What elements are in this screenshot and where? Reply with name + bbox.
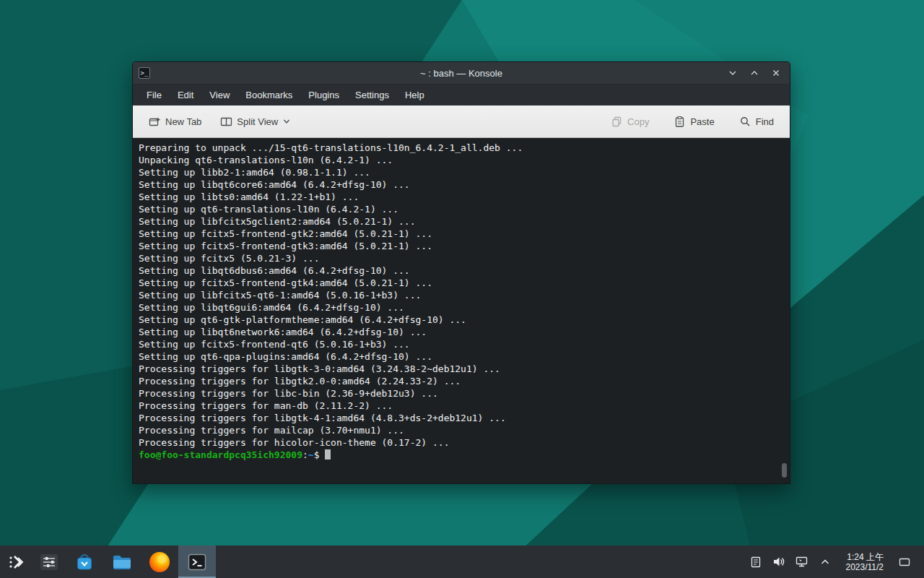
copy-icon [611,116,623,128]
terminal-line: Processing triggers for libc-bin (2.36-9… [139,387,790,400]
prompt-user-host: foo@foo-standardpcq35ich92009 [139,449,302,460]
terminal-line: Setting up libfcitx5gclient2:amd64 (5.0.… [139,215,790,228]
konsole-app-icon: >_ [139,67,150,79]
minimize-button[interactable] [725,65,741,81]
terminal-line: Processing triggers for libgtk-3-0:amd64… [139,363,790,375]
terminal-line: Setting up libfcitx5-qt6-1:amd64 (5.0.16… [139,289,790,301]
find-label: Find [756,116,774,127]
pager-icon [39,552,59,572]
terminal-line: Preparing to unpack .../15-qt6-translati… [139,142,790,154]
show-desktop-button[interactable] [895,552,914,572]
window-title: ~ : bash — Konsole [133,68,790,79]
firefox-icon [149,552,170,572]
notifications-icon [749,556,762,569]
chevron-up-icon [819,556,831,568]
terminal-output[interactable]: Preparing to unpack .../15-qt6-translati… [133,138,790,483]
file-manager-icon [111,551,133,573]
maximize-button[interactable] [746,65,762,81]
tray-expander-button[interactable] [816,552,834,572]
konsole-window: >_ ~ : bash — Konsole [132,61,790,484]
new-tab-icon [149,116,161,128]
terminal-line: Setting up libqt6network6:amd64 (6.4.2+d… [139,326,790,338]
app-launcher-icon [7,553,26,571]
terminal-line: Processing triggers for man-db (2.11.2-2… [139,400,790,412]
terminal-line: Setting up fcitx5 (5.0.21-3) ... [139,252,790,264]
desktop: >_ ~ : bash — Konsole [0,0,924,578]
chevron-up-icon [749,68,759,78]
prompt-path: ~ [308,449,314,460]
terminal-line: Setting up qt6-translations-l10n (6.4.2-… [139,203,790,215]
menu-plugins[interactable]: Plugins [300,85,347,106]
search-icon [739,116,751,128]
terminal-line: Setting up libts0:amd64 (1.22-1+b1) ... [139,191,790,203]
terminal-line: Unpacking qt6-translations-l10n (6.4.2-1… [139,154,790,166]
new-tab-button[interactable]: New Tab [143,112,207,131]
toolbar: New Tab Split View [133,105,790,138]
terminal-line: Setting up fcitx5-frontend-gtk4:amd64 (5… [139,277,790,289]
shell-prompt: foo@foo-standardpcq35ich92009:~$ [139,449,790,461]
close-button[interactable] [768,65,784,81]
terminal-line: Setting up libqt6core6:amd64 (6.4.2+dfsg… [139,178,790,191]
task-discover[interactable] [66,545,103,578]
task-firefox[interactable] [141,545,178,578]
terminal-line: Processing triggers for libgtk-4-1:amd64… [139,412,790,424]
konsole-icon [187,552,207,572]
terminal-line: Setting up libb2-1:amd64 (0.98.1-1.1) ..… [139,166,790,178]
chevron-down-icon [282,117,291,126]
copy-button[interactable]: Copy [605,112,655,131]
close-icon [771,68,781,78]
terminal-line: Setting up qt6-qpa-plugins:amd64 (6.4.2+… [139,350,790,363]
menu-bookmarks[interactable]: Bookmarks [237,85,300,106]
titlebar[interactable]: >_ ~ : bash — Konsole [133,62,790,84]
terminal-line: Setting up fcitx5-frontend-gtk2:amd64 (5… [139,228,790,240]
taskbar: 1:24 上午 2023/11/2 [0,545,924,578]
scrollbar-thumb[interactable] [782,463,787,478]
terminal-line: Setting up qt6-gtk-platformtheme:amd64 (… [139,314,790,326]
app-launcher-button[interactable] [0,545,32,578]
split-view-label: Split View [237,116,278,127]
clock-time: 1:24 上午 [846,552,884,562]
volume-tray-button[interactable] [770,552,788,572]
task-konsole[interactable] [178,545,216,578]
paste-button[interactable]: Paste [668,112,720,131]
volume-icon [772,555,785,569]
pager-widget[interactable] [32,545,66,578]
menu-view[interactable]: View [201,85,237,106]
task-file-manager[interactable] [103,545,141,578]
menu-edit[interactable]: Edit [170,85,201,106]
terminal-line: Processing triggers for hicolor-icon-the… [139,436,790,449]
terminal-line: Setting up fcitx5-frontend-qt6 (5.0.16-1… [139,338,790,350]
digital-clock[interactable]: 1:24 上午 2023/11/2 [839,552,892,572]
paste-label: Paste [690,116,714,127]
terminal-line: Setting up libqt6gui6:amd64 (6.4.2+dfsg-… [139,301,790,314]
clock-date: 2023/11/2 [846,562,884,572]
discover-icon [74,552,95,572]
copy-label: Copy [627,116,649,127]
display-tray-button[interactable] [793,552,811,572]
prompt-dollar: $ [314,449,320,460]
terminal-line: Setting up libqt6dbus6:amd64 (6.4.2+dfsg… [139,264,790,277]
terminal-line: Processing triggers for mailcap (3.70+nm… [139,424,790,436]
menu-settings[interactable]: Settings [347,85,397,106]
chevron-down-icon [728,68,738,78]
split-view-icon [220,116,232,128]
show-desktop-icon [898,556,911,569]
find-button[interactable]: Find [733,112,780,131]
menubar: File Edit View Bookmarks Plugins Setting… [133,84,790,105]
menu-help[interactable]: Help [397,85,432,106]
terminal-cursor [325,449,331,460]
split-view-button[interactable]: Split View [214,112,297,131]
notifications-tray-button[interactable] [746,552,765,572]
paste-icon [674,116,686,128]
system-tray: 1:24 上午 2023/11/2 [746,552,924,572]
new-tab-label: New Tab [165,116,201,127]
menu-file[interactable]: File [139,85,170,106]
prompt-colon: : [302,449,308,460]
terminal-line: Setting up fcitx5-frontend-gtk3:amd64 (5… [139,240,790,252]
display-icon [795,555,808,569]
terminal-line: Processing triggers for libgtk2.0-0:amd6… [139,375,790,387]
